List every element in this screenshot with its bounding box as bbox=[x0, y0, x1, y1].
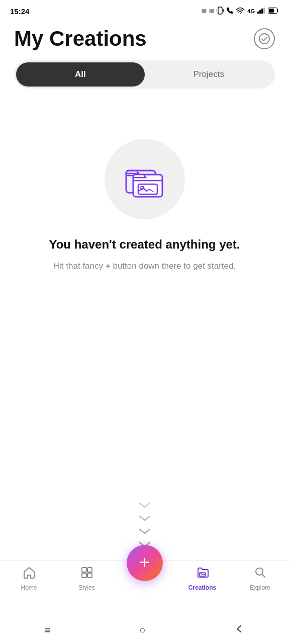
svg-rect-7 bbox=[263, 8, 265, 14]
system-home-button[interactable]: ○ bbox=[139, 624, 145, 636]
subtitle-end: button down there to get started. bbox=[113, 261, 236, 271]
tab-all[interactable]: All bbox=[16, 62, 145, 87]
status-time: 15:24 bbox=[10, 7, 29, 16]
bottom-nav: + Home Styles bbox=[0, 560, 289, 616]
tab-switcher: All Projects bbox=[14, 60, 275, 89]
chevron-2 bbox=[138, 513, 152, 524]
svg-rect-17 bbox=[87, 568, 92, 572]
explore-label: Explore bbox=[250, 584, 270, 591]
svg-rect-18 bbox=[87, 573, 92, 578]
nav-item-home[interactable]: Home bbox=[0, 566, 58, 591]
wifi-icon bbox=[236, 8, 245, 15]
battery-icon bbox=[268, 8, 279, 15]
nav-item-creations[interactable]: Creations bbox=[173, 566, 231, 591]
nav-item-explore[interactable]: Explore bbox=[231, 566, 289, 591]
email-icon-2: ✉ bbox=[209, 8, 214, 15]
styles-icon bbox=[80, 566, 93, 582]
empty-state-icon bbox=[105, 139, 185, 219]
svg-rect-9 bbox=[269, 9, 274, 13]
home-label: Home bbox=[21, 584, 37, 591]
empty-state-subtitle: Hit that fancy + button down there to ge… bbox=[23, 260, 266, 273]
nav-item-styles[interactable]: Styles bbox=[58, 566, 116, 591]
tab-projects[interactable]: Projects bbox=[145, 62, 273, 87]
system-nav-bar: ≡ ○ bbox=[0, 616, 289, 644]
header: My Creations bbox=[0, 22, 289, 55]
network-4g: 4G bbox=[247, 8, 255, 14]
creations-icon bbox=[196, 566, 209, 582]
chevron-1 bbox=[138, 500, 152, 511]
phone-icon bbox=[226, 7, 233, 16]
chevrons-area bbox=[138, 273, 152, 560]
plus-symbol: + bbox=[106, 261, 111, 271]
signal-icon bbox=[257, 8, 265, 15]
svg-rect-6 bbox=[261, 9, 263, 14]
fab-wrapper: + bbox=[127, 545, 163, 581]
creations-label: Creations bbox=[188, 584, 216, 591]
svg-point-20 bbox=[256, 568, 263, 575]
svg-rect-5 bbox=[259, 10, 261, 14]
main-content: You haven't created anything yet. Hit th… bbox=[0, 99, 289, 560]
system-menu-button[interactable]: ≡ bbox=[45, 624, 51, 636]
fab-plus-icon: + bbox=[139, 553, 150, 572]
email-icon-1: ✉ bbox=[202, 8, 207, 15]
empty-state-title: You haven't created anything yet. bbox=[29, 237, 260, 252]
svg-rect-0 bbox=[218, 7, 222, 14]
svg-point-3 bbox=[240, 13, 241, 14]
status-bar: 15:24 ✉ ✉ 4G bbox=[0, 0, 289, 22]
system-back-button[interactable] bbox=[234, 624, 244, 636]
chevron-3 bbox=[138, 526, 152, 537]
page-title: My Creations bbox=[14, 27, 147, 50]
home-icon bbox=[23, 566, 36, 582]
status-icons: ✉ ✉ 4G bbox=[202, 7, 279, 16]
create-fab-button[interactable]: + bbox=[127, 545, 163, 581]
svg-rect-15 bbox=[82, 568, 86, 572]
vibrate-icon bbox=[217, 7, 224, 16]
styles-label: Styles bbox=[78, 584, 95, 591]
explore-icon bbox=[254, 566, 267, 582]
svg-rect-16 bbox=[82, 573, 86, 578]
svg-rect-4 bbox=[257, 12, 259, 14]
check-button[interactable] bbox=[254, 28, 275, 49]
subtitle-text: Hit that fancy bbox=[53, 261, 103, 271]
svg-point-10 bbox=[259, 34, 269, 44]
